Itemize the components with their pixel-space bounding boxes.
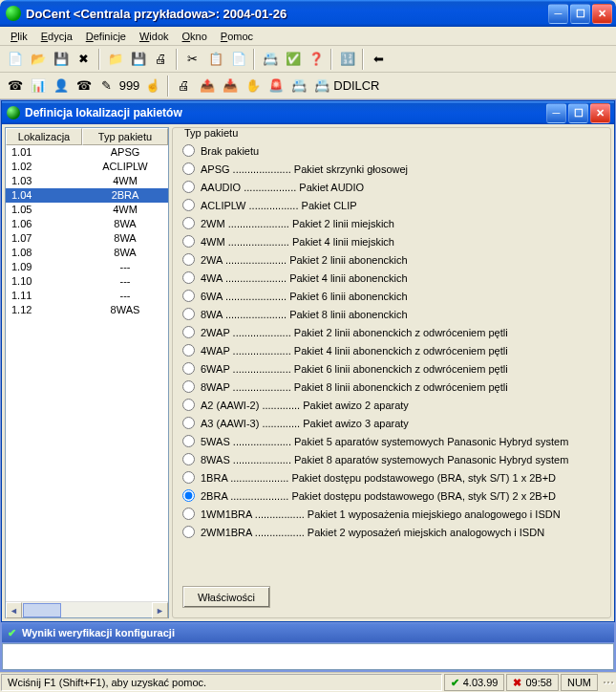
horizontal-scrollbar[interactable]: ◄ ► <box>6 601 168 617</box>
radio-input[interactable] <box>182 181 195 193</box>
toolbar2-btn-7[interactable]: 🖨 <box>173 76 195 97</box>
radio-8wap[interactable]: 8WAP .................... Pakiet 8 linii… <box>182 378 601 396</box>
menu-definicje[interactable]: Definicje <box>79 29 133 44</box>
table-row[interactable]: 1.11--- <box>6 289 168 303</box>
radio-input[interactable] <box>182 362 195 375</box>
toolbar2-btn-8[interactable]: 📤 <box>196 76 218 97</box>
toolbar1-btn-10[interactable]: 📇 <box>259 49 281 70</box>
minimize-button[interactable]: ─ <box>548 4 568 24</box>
radio-a3-aawi-3-[interactable]: A3 (AAWI-3) ............. Pakiet awizo 3… <box>182 414 601 432</box>
maximize-button[interactable]: ☐ <box>570 4 590 24</box>
toolbar1-btn-6[interactable]: 🖨 <box>150 49 172 70</box>
radio-input[interactable] <box>182 435 195 447</box>
inner-close-button[interactable]: ✕ <box>590 103 610 123</box>
menu-edycja[interactable]: Edycja <box>34 29 79 44</box>
radio-6wap[interactable]: 6WAP .................... Pakiet 6 linii… <box>182 359 601 378</box>
radio-input[interactable] <box>182 308 195 320</box>
radio-4wm[interactable]: 4WM ..................... Pakiet 4 linii… <box>182 232 601 250</box>
toolbar1-btn-3[interactable]: ✖ <box>73 49 95 70</box>
radio-2wap[interactable]: 2WAP .................... Pakiet 2 linii… <box>182 323 601 341</box>
toolbar2-btn-11[interactable]: 🚨 <box>265 76 287 97</box>
toolbar1-btn-14[interactable]: ⬅ <box>368 49 390 70</box>
localization-grid[interactable]: Lokalizacja Typ pakietu 1.01APSG1.02ACLI… <box>5 127 169 618</box>
col-header-loc[interactable]: Lokalizacja <box>6 128 82 145</box>
radio-input[interactable] <box>182 417 195 429</box>
toolbar2-btn-9[interactable]: 📥 <box>219 76 241 97</box>
radio-a2-aawi-2-[interactable]: A2 (AAWI-2) ............. Pakiet awizo 2… <box>182 396 601 414</box>
radio-1bra[interactable]: 1BRA .................... Pakiet dostępu… <box>182 468 601 487</box>
inner-maximize-button[interactable]: ☐ <box>568 103 588 123</box>
table-row[interactable]: 1.068WA <box>6 217 168 231</box>
toolbar2-btn-1[interactable]: 📊 <box>27 76 49 97</box>
table-row[interactable]: 1.01APSG <box>6 145 168 160</box>
table-row[interactable]: 1.088WA <box>6 246 168 260</box>
table-row[interactable]: 1.128WAS <box>6 303 168 317</box>
grid-body[interactable]: 1.01APSG1.02ACLIPLW1.034WM1.042BRA1.054W… <box>6 145 168 601</box>
radio-input[interactable] <box>182 290 195 302</box>
radio-4wap[interactable]: 4WAP .................... Pakiet 4 linii… <box>182 341 601 359</box>
toolbar1-btn-11[interactable]: ✅ <box>282 49 304 70</box>
toolbar2-btn-5[interactable]: 999 <box>118 76 140 97</box>
scroll-thumb[interactable] <box>23 603 61 617</box>
toolbar2-btn-0[interactable]: ☎ <box>4 76 26 97</box>
resize-grip[interactable] <box>599 679 616 686</box>
radio-input[interactable] <box>182 326 195 338</box>
toolbar2-btn-3[interactable]: ☎ <box>73 76 95 97</box>
radio-input[interactable] <box>182 508 195 520</box>
radio-input[interactable] <box>182 144 195 157</box>
toolbar2-btn-6[interactable]: ☝ <box>141 76 163 97</box>
toolbar1-btn-5[interactable]: 💾 <box>127 49 149 70</box>
radio-4wa[interactable]: 4WA ..................... Pakiet 4 linii… <box>182 269 601 287</box>
toolbar1-btn-12[interactable]: ❓ <box>305 49 327 70</box>
toolbar2-btn-10[interactable]: ✋ <box>242 76 264 97</box>
radio-1wm1bra[interactable]: 1WM1BRA ................. Pakiet 1 wypos… <box>182 505 601 523</box>
radio-input[interactable] <box>182 253 195 266</box>
toolbar1-btn-13[interactable]: 🔢 <box>336 49 358 70</box>
table-row[interactable]: 1.10--- <box>6 274 168 289</box>
menu-plik[interactable]: Plik <box>4 29 34 44</box>
table-row[interactable]: 1.09--- <box>6 260 168 274</box>
toolbar1-btn-8[interactable]: 📋 <box>204 49 226 70</box>
col-header-type[interactable]: Typ pakietu <box>82 128 168 145</box>
menu-widok[interactable]: Widok <box>133 29 176 44</box>
radio-2wm1bra[interactable]: 2WM1BRA ................. Pakiet 2 wypos… <box>182 523 601 541</box>
radio-input[interactable] <box>182 162 195 175</box>
radio-input[interactable] <box>182 489 195 502</box>
radio-input[interactable] <box>182 526 195 538</box>
toolbar1-btn-7[interactable]: ✂ <box>181 49 203 70</box>
toolbar1-btn-9[interactable]: 📄 <box>227 49 249 70</box>
radio-aaudio[interactable]: AAUDIO .................. Pakiet AUDIO <box>182 178 601 196</box>
toolbar1-btn-4[interactable]: 📁 <box>104 49 126 70</box>
table-row[interactable]: 1.02ACLIPLW <box>6 160 168 174</box>
radio-2bra[interactable]: 2BRA .................... Pakiet dostępu… <box>182 487 601 505</box>
results-titlebar[interactable]: ✔ Wyniki weryfikacji konfiguracji <box>2 623 614 642</box>
menu-pomoc[interactable]: Pomoc <box>214 29 260 44</box>
radio-none[interactable]: Brak pakietu <box>182 141 601 160</box>
radio-5was[interactable]: 5WAS .................... Pakiet 5 apara… <box>182 432 601 450</box>
scroll-left-button[interactable]: ◄ <box>6 602 22 618</box>
properties-button[interactable]: Właściwości <box>182 586 270 608</box>
radio-2wm[interactable]: 2WM ..................... Pakiet 2 linii… <box>182 214 601 232</box>
scroll-right-button[interactable]: ► <box>152 602 168 618</box>
radio-input[interactable] <box>182 399 195 411</box>
table-row[interactable]: 1.054WM <box>6 203 168 217</box>
radio-input[interactable] <box>182 217 195 229</box>
toolbar2-btn-14[interactable]: DDI <box>333 76 355 97</box>
table-row[interactable]: 1.042BRA <box>6 188 168 203</box>
radio-8was[interactable]: 8WAS .................... Pakiet 8 apara… <box>182 450 601 468</box>
radio-2wa[interactable]: 2WA ..................... Pakiet 2 linii… <box>182 250 601 269</box>
radio-6wa[interactable]: 6WA ..................... Pakiet 6 linii… <box>182 287 601 305</box>
radio-input[interactable] <box>182 199 195 211</box>
radio-8wa[interactable]: 8WA ..................... Pakiet 8 linii… <box>182 305 601 323</box>
toolbar1-btn-0[interactable]: 📄 <box>4 49 26 70</box>
radio-input[interactable] <box>182 344 195 357</box>
radio-input[interactable] <box>182 453 195 465</box>
menu-okno[interactable]: Okno <box>176 29 214 44</box>
inner-minimize-button[interactable]: ─ <box>546 103 566 123</box>
toolbar2-btn-15[interactable]: LCR <box>356 76 378 97</box>
toolbar2-btn-4[interactable]: ✎ <box>96 76 117 97</box>
radio-acliplw[interactable]: ACLIPLW ................. Pakiet CLIP <box>182 196 601 214</box>
radio-input[interactable] <box>182 471 195 484</box>
radio-input[interactable] <box>182 235 195 248</box>
toolbar2-btn-12[interactable]: 📇 <box>287 76 309 97</box>
